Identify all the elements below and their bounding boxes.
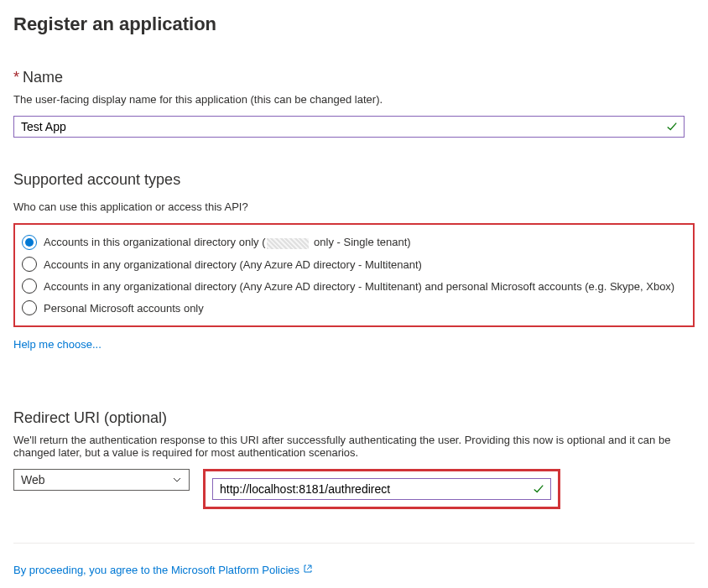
checkmark-icon bbox=[666, 121, 678, 133]
page-title: Register an application bbox=[13, 13, 695, 35]
platform-select[interactable]: Web bbox=[13, 469, 190, 491]
radio-label: Accounts in this organizational director… bbox=[44, 236, 411, 248]
platform-value: Web bbox=[21, 473, 45, 487]
blurred-tenant-name bbox=[267, 238, 309, 249]
radio-single-tenant[interactable]: Accounts in this organizational director… bbox=[18, 232, 690, 253]
name-label: *Name bbox=[13, 69, 695, 86]
radio-multitenant-personal[interactable]: Accounts in any organizational directory… bbox=[18, 275, 690, 297]
required-asterisk: * bbox=[13, 69, 19, 86]
checkmark-icon bbox=[533, 483, 544, 495]
name-input[interactable] bbox=[13, 116, 685, 138]
agreement-text: By proceeding, you agree to the Microsof… bbox=[13, 564, 695, 576]
radio-personal-only[interactable]: Personal Microsoft accounts only bbox=[18, 297, 690, 319]
policies-link[interactable]: By proceeding, you agree to the Microsof… bbox=[13, 564, 313, 576]
radio-label: Accounts in any organizational directory… bbox=[44, 258, 422, 271]
divider bbox=[13, 543, 695, 544]
radio-icon bbox=[22, 235, 37, 250]
redirect-label: Redirect URI (optional) bbox=[13, 409, 695, 427]
radio-label: Personal Microsoft accounts only bbox=[44, 302, 204, 315]
redirect-uri-input[interactable] bbox=[212, 478, 551, 500]
radio-icon bbox=[22, 278, 37, 294]
account-types-label: Supported account types bbox=[13, 171, 695, 189]
external-link-icon bbox=[303, 564, 313, 574]
redirect-description: We'll return the authentication response… bbox=[13, 434, 685, 459]
radio-icon bbox=[22, 257, 37, 272]
redirect-uri-highlight bbox=[203, 469, 560, 509]
account-types-radio-group: Accounts in this organizational director… bbox=[13, 223, 695, 327]
help-me-choose-link[interactable]: Help me choose... bbox=[13, 338, 102, 351]
radio-multitenant[interactable]: Accounts in any organizational directory… bbox=[18, 253, 690, 275]
account-types-question: Who can use this application or access t… bbox=[13, 200, 695, 213]
chevron-down-icon bbox=[172, 475, 182, 485]
name-description: The user-facing display name for this ap… bbox=[13, 93, 695, 106]
radio-label: Accounts in any organizational directory… bbox=[44, 280, 674, 293]
radio-icon bbox=[22, 300, 37, 315]
